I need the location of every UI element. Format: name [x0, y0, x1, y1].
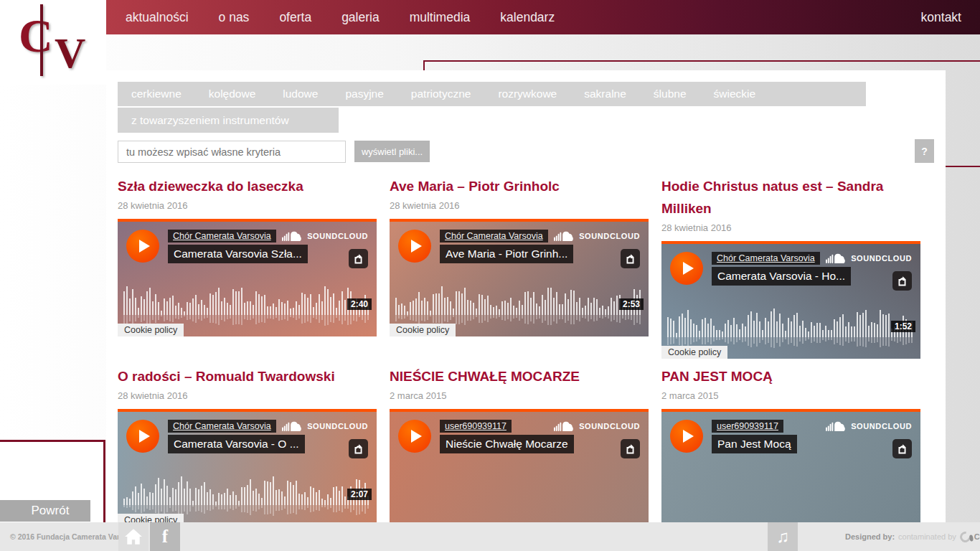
- designer-name[interactable]: contaminated by: [898, 532, 956, 541]
- soundcloud-logo[interactable]: SOUNDCLOUD: [826, 253, 912, 263]
- share-button[interactable]: [621, 439, 640, 458]
- cookie-policy-link[interactable]: Cookie policy: [118, 324, 184, 336]
- music-button[interactable]: ♫: [768, 522, 798, 551]
- share-button[interactable]: [349, 439, 368, 458]
- artist-link[interactable]: Chór Camerata Varsovia: [440, 230, 548, 242]
- soundcloud-logo[interactable]: SOUNDCLOUD: [282, 420, 368, 431]
- share-button[interactable]: [621, 249, 640, 268]
- track-title: PAN JEST MOCĄ: [661, 365, 920, 387]
- nav-item-galeria[interactable]: galeria: [326, 10, 395, 25]
- artist-link[interactable]: Chór Camerata Varsovia: [712, 252, 820, 265]
- soundcloud-cloud-icon: [282, 420, 303, 431]
- filter-tag[interactable]: patriotyczne: [397, 88, 485, 100]
- soundcloud-cloud-icon: [282, 230, 303, 241]
- cookie-policy-link[interactable]: Cookie policy: [390, 324, 456, 336]
- home-button[interactable]: [118, 522, 149, 551]
- player-accent-bar: [390, 219, 649, 222]
- nav-item-aktualnosci[interactable]: aktualności: [110, 10, 204, 25]
- track-date: 28 kwietnia 2016: [390, 199, 649, 213]
- coding-label: Coding:: [974, 532, 980, 541]
- soundcloud-player: Chór Camerata Varsovia Ave Maria - Piotr…: [390, 219, 649, 336]
- soundcloud-logo[interactable]: SOUNDCLOUD: [554, 420, 640, 431]
- nav-item-kontakt[interactable]: kontakt: [903, 10, 980, 25]
- home-icon: [124, 528, 143, 545]
- track-date: 28 kwietnia 2016: [661, 221, 920, 235]
- waveform[interactable]: [395, 285, 643, 327]
- waveform[interactable]: [123, 475, 371, 517]
- artist-link[interactable]: user690939117: [440, 420, 512, 433]
- nav-item-multimedia[interactable]: multimedia: [395, 10, 486, 25]
- cookie-policy-link[interactable]: Cookie policy: [118, 514, 184, 522]
- duration-badge: 2:07: [347, 489, 372, 500]
- play-icon: [411, 430, 422, 443]
- content-panel: cerkiewne kolędowe ludowe pasyjne patrio…: [106, 70, 946, 522]
- nav-item-oferta[interactable]: oferta: [264, 10, 326, 25]
- duration-badge: 1:52: [891, 321, 915, 332]
- back-button[interactable]: Powrót: [0, 500, 90, 522]
- show-files-button[interactable]: wyświetl pliki...: [354, 141, 430, 162]
- filter-tag[interactable]: świeckie: [700, 88, 770, 100]
- track-link[interactable]: Camerata Varsovia Szła...: [168, 245, 308, 263]
- music-note-icon: ♫: [776, 527, 789, 547]
- play-button[interactable]: [126, 420, 159, 453]
- credits: Designed by: contaminated by Coding: Mar…: [845, 522, 980, 551]
- artist-link[interactable]: user690939117: [712, 420, 783, 433]
- soundcloud-wordmark: SOUNDCLOUD: [851, 254, 912, 263]
- cookie-policy-link[interactable]: Cookie policy: [661, 346, 727, 359]
- filter-tag-row-2: z towarzyszeniem instrumentów: [118, 108, 339, 133]
- play-button[interactable]: [670, 420, 703, 453]
- track-title: O radości – Romuald Twardowski: [118, 365, 377, 387]
- duration-badge: 2:40: [347, 298, 372, 310]
- soundcloud-wordmark: SOUNDCLOUD: [851, 422, 912, 430]
- share-button[interactable]: [892, 439, 912, 458]
- designed-by-label: Designed by:: [845, 532, 895, 541]
- soundcloud-logo[interactable]: SOUNDCLOUD: [826, 420, 912, 431]
- filter-tag[interactable]: ślubne: [640, 88, 700, 100]
- share-icon: [897, 443, 908, 454]
- waveform[interactable]: [123, 285, 371, 327]
- soundcloud-wordmark: SOUNDCLOUD: [307, 232, 368, 240]
- share-button[interactable]: [892, 271, 912, 291]
- play-button[interactable]: [670, 252, 703, 285]
- audio-card: O radości – Romuald Twardowski 28 kwietn…: [118, 365, 377, 522]
- player-meta: user690939117 Pan Jest Mocą: [712, 420, 797, 453]
- track-date: 2 marca 2015: [661, 389, 920, 403]
- player-accent-bar: [118, 219, 377, 222]
- play-button[interactable]: [398, 420, 431, 453]
- track-link[interactable]: Ave Maria - Piotr Grinh...: [440, 245, 573, 263]
- share-button[interactable]: [349, 249, 368, 268]
- search-input[interactable]: [118, 141, 346, 163]
- soundcloud-wordmark: SOUNDCLOUD: [579, 232, 640, 240]
- play-button[interactable]: [126, 230, 159, 263]
- soundcloud-wordmark: SOUNDCLOUD: [579, 422, 640, 430]
- track-link[interactable]: Nieście Chwałę Mocarze: [440, 435, 574, 453]
- filter-tag[interactable]: sakralne: [570, 88, 640, 100]
- site-logo[interactable]: C V: [0, 0, 106, 85]
- audio-card: NIEŚCIE CHWAŁĘ MOCARZE 2 marca 2015 user…: [390, 365, 649, 522]
- nav-item-kalendarz[interactable]: kalendarz: [485, 10, 570, 25]
- play-icon: [411, 240, 422, 253]
- help-button[interactable]: ?: [915, 139, 934, 163]
- artist-link[interactable]: Chór Camerata Varsovia: [168, 230, 276, 242]
- logo-letter-c: C: [19, 9, 53, 63]
- facebook-button[interactable]: f: [150, 522, 180, 551]
- filter-tag[interactable]: cerkiewne: [118, 88, 195, 100]
- soundcloud-logo[interactable]: SOUNDCLOUD: [554, 230, 640, 241]
- filter-tag[interactable]: pasyjne: [331, 88, 397, 100]
- waveform[interactable]: [667, 307, 915, 349]
- share-icon: [625, 443, 636, 454]
- filter-tag[interactable]: kolędowe: [195, 88, 270, 100]
- track-link[interactable]: Camerata Varsovia - Ho...: [712, 267, 851, 286]
- soundcloud-logo[interactable]: SOUNDCLOUD: [282, 230, 368, 241]
- share-icon: [625, 253, 636, 264]
- nav-item-o-nas[interactable]: o nas: [204, 10, 265, 25]
- soundcloud-player: Chór Camerata Varsovia Camerata Varsovia…: [118, 219, 377, 336]
- artist-link[interactable]: Chór Camerata Varsovia: [168, 420, 276, 433]
- track-link[interactable]: Pan Jest Mocą: [712, 435, 797, 453]
- filter-tag[interactable]: rozrywkowe: [484, 88, 570, 100]
- filter-tag[interactable]: ludowe: [269, 88, 331, 100]
- track-title: Szła dzieweczka do laseczka: [118, 175, 377, 197]
- track-link[interactable]: Camerata Varsovia - O ...: [168, 435, 305, 453]
- play-button[interactable]: [398, 230, 431, 263]
- filter-tag[interactable]: z towarzyszeniem instrumentów: [118, 114, 303, 127]
